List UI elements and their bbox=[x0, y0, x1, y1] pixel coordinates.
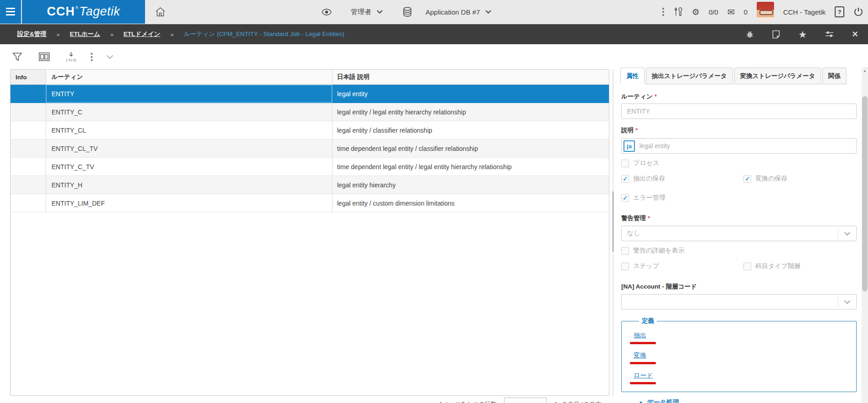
save-row: 抽出の保存 変換の保存 bbox=[621, 175, 857, 183]
rows-per-page-select[interactable] bbox=[504, 398, 547, 403]
table-row[interactable]: ENTITYlegal entity bbox=[10, 85, 609, 103]
process-gears-icon[interactable]: ⚙ bbox=[692, 8, 700, 16]
logo-cch-text: CCH bbox=[47, 5, 75, 19]
routine-cell: ENTITY_CL_TV bbox=[46, 140, 333, 157]
warning-detail-checkbox[interactable]: 警告の詳細を表示 bbox=[621, 247, 685, 255]
logout-power-icon[interactable] bbox=[853, 7, 863, 17]
routine-field-label: ルーティン* bbox=[621, 93, 857, 100]
info-cell bbox=[10, 176, 46, 194]
required-marker: * bbox=[655, 93, 657, 100]
tab-inactive[interactable]: 抽出ストレージパラメータ bbox=[646, 67, 733, 84]
annotation-red-underline bbox=[630, 362, 656, 364]
user-avatar[interactable] bbox=[757, 2, 774, 22]
description-cell: legal entity hierarchy bbox=[333, 176, 609, 194]
save-extract-checkbox[interactable]: 抽出の保存 bbox=[621, 175, 743, 183]
column-header-info[interactable]: Info bbox=[10, 70, 46, 84]
breadcrumb-item[interactable]: ETLホーム bbox=[70, 30, 100, 38]
top-bar: CCH®Tagetik 管理者 Application DB #7 ⚙ 0/0 … bbox=[0, 0, 868, 24]
properties-panel: 属性抽出ストレージパラメータ変換ストレージパラメータ関係 ルーティン* ENTI… bbox=[617, 67, 861, 403]
hamburger-menu-button[interactable] bbox=[0, 0, 21, 24]
account-type-hierarchy-checkbox[interactable]: 科目タイプ階層 bbox=[743, 262, 800, 270]
debug-bug-icon[interactable] bbox=[746, 30, 754, 38]
routine-cell: ENTITY_C_TV bbox=[46, 158, 333, 176]
settings-sliders-icon[interactable] bbox=[825, 31, 834, 38]
filter-icon[interactable] bbox=[12, 52, 22, 61]
scroll-up-arrow[interactable]: ▲ bbox=[862, 69, 868, 73]
tab-inactive[interactable]: 変換ストレージパラメータ bbox=[734, 67, 821, 84]
table-row[interactable]: ENTITY_Hlegal entity hierarchy bbox=[10, 176, 609, 194]
new-page-icon[interactable] bbox=[772, 30, 780, 39]
description-cell: legal entity / classifier relationship bbox=[333, 121, 609, 139]
info-cell bbox=[10, 194, 46, 212]
table-row[interactable]: ENTITY_CLlegal entity / classifier relat… bbox=[10, 121, 609, 140]
language-ja-badge[interactable]: ja bbox=[624, 140, 635, 152]
account-hierarchy-select[interactable] bbox=[621, 294, 857, 310]
user-role-selector[interactable]: 管理者 bbox=[351, 8, 371, 16]
table-row[interactable]: ENTITY_LIM_DEFlegal entity / custom dime… bbox=[10, 194, 609, 212]
tools-icon[interactable] bbox=[674, 7, 683, 17]
column-header-routine[interactable]: ルーティン bbox=[46, 70, 333, 84]
help-icon[interactable]: ? bbox=[835, 6, 844, 17]
chevron-down-icon[interactable] bbox=[377, 10, 383, 14]
envelope-icon[interactable]: ✉ bbox=[728, 8, 735, 16]
database-icon[interactable] bbox=[403, 7, 412, 17]
table-row[interactable]: ENTITY_Clegal entity / legal entity hier… bbox=[10, 103, 609, 121]
panel-scrollbar[interactable]: ▲ bbox=[862, 67, 868, 403]
step-checkbox[interactable]: ステップ bbox=[621, 262, 743, 270]
column-header-description[interactable]: 日本語 説明 bbox=[333, 70, 609, 84]
chevron-down-icon bbox=[838, 297, 856, 307]
routine-input[interactable]: ENTITY bbox=[621, 103, 857, 119]
panel-tabs: 属性抽出ストレージパラメータ変換ストレージパラメータ関係 bbox=[620, 67, 861, 84]
grid-chevron-down-icon[interactable] bbox=[106, 55, 114, 59]
error-mgmt-checkbox[interactable]: エラー管理 bbox=[621, 194, 665, 202]
annotation-red-underline bbox=[630, 382, 656, 384]
scrollbar-thumb[interactable] bbox=[862, 96, 868, 291]
chevron-down-icon bbox=[838, 228, 856, 238]
job-counter[interactable]: 0/0 bbox=[709, 8, 718, 16]
context-selectors: 管理者 Application DB #7 bbox=[322, 0, 491, 24]
chevron-down-icon[interactable] bbox=[485, 10, 491, 14]
description-cell: legal entity / legal entity hierarchy re… bbox=[333, 103, 609, 121]
close-icon[interactable]: × bbox=[852, 29, 858, 39]
warning-detail-row: 警告の詳細を表示 bbox=[621, 247, 857, 255]
columns-icon[interactable] bbox=[39, 52, 50, 61]
info-cell bbox=[10, 121, 46, 139]
database-selector[interactable]: Application DB #7 bbox=[426, 8, 480, 16]
warning-mgmt-select[interactable]: なし bbox=[621, 226, 857, 241]
routine-cell: ENTITY bbox=[46, 85, 333, 103]
step-row: ステップ 科目タイプ階層 bbox=[621, 262, 857, 270]
tab-inactive[interactable]: 関係 bbox=[822, 67, 847, 84]
info-cell bbox=[10, 158, 46, 176]
required-marker: * bbox=[635, 127, 638, 134]
row-range-text: 1 - 7 件目 / 7 件中 bbox=[554, 398, 601, 403]
grid-more-options-icon[interactable] bbox=[90, 52, 94, 62]
more-options-icon[interactable] bbox=[661, 7, 665, 17]
definition-link[interactable]: 抽出 bbox=[634, 331, 646, 340]
splitter-handle[interactable] bbox=[612, 191, 614, 252]
routine-cell: ENTITY_CL bbox=[46, 121, 333, 139]
account-name[interactable]: CCH - Tagetik bbox=[783, 8, 826, 16]
home-icon[interactable] bbox=[155, 7, 166, 17]
save-transform-checkbox[interactable]: 変換の保存 bbox=[743, 175, 787, 183]
breadcrumb-item[interactable]: 設定&管理 bbox=[17, 30, 47, 38]
panel-splitter[interactable] bbox=[612, 69, 614, 396]
table-row[interactable]: ENTITY_C_TVtime dependent legal entity /… bbox=[10, 158, 609, 176]
warning-mgmt-label: 警告管理* bbox=[621, 214, 857, 222]
view-eye-icon[interactable] bbox=[322, 9, 332, 16]
description-input[interactable]: ja legal entity bbox=[621, 138, 857, 154]
favorite-star-icon[interactable]: ★ bbox=[798, 30, 807, 39]
breadcrumb-item[interactable]: ETLドメイン bbox=[124, 30, 161, 38]
definition-link[interactable]: 変換 bbox=[634, 351, 646, 360]
tab-active[interactable]: 属性 bbox=[620, 67, 645, 84]
breadcrumb-bar: 設定&管理»ETLホーム»ETLドメイン»ルーティン (CPM_ENTITY -… bbox=[0, 24, 868, 44]
message-counter[interactable]: 0 bbox=[744, 8, 748, 16]
table-row[interactable]: ENTITY_CL_TVtime dependent legal entity … bbox=[10, 140, 609, 158]
logo-tagetik-text: Tagetik bbox=[79, 5, 120, 19]
logo-registered-mark: ® bbox=[75, 5, 78, 10]
process-checkbox[interactable]: プロセス bbox=[621, 159, 659, 167]
data-processing-section-toggle[interactable]: ▼ データ処理 bbox=[639, 398, 857, 403]
pagination-footer: 1ページあたりの行数 1 - 7 件目 / 7 件中 bbox=[439, 398, 601, 403]
breadcrumb-separator: » bbox=[171, 31, 174, 38]
export-xls-icon[interactable]: [.XLS] bbox=[66, 52, 76, 62]
definition-link[interactable]: ロード bbox=[634, 372, 653, 380]
